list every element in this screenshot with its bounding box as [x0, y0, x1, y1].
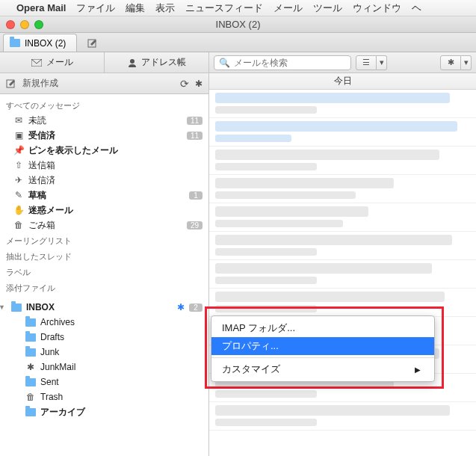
menu-window[interactable]: ウィンドウ — [353, 1, 401, 15]
sidebar-item-sent[interactable]: ✈送信済 — [0, 173, 208, 188]
folder-icon — [10, 39, 20, 47]
sidebar-item-spam[interactable]: ✋迷惑メール — [0, 203, 208, 218]
traffic-lights — [0, 20, 43, 29]
outbox-icon: ⇧ — [13, 160, 24, 170]
folder-sent[interactable]: Sent — [0, 375, 208, 389]
window-title: INBOX (2) — [216, 19, 261, 30]
folder-icon — [25, 318, 36, 327]
envelope-icon: ✉ — [13, 115, 24, 126]
search-field[interactable]: 🔍 — [214, 55, 351, 70]
folder-archives[interactable]: Archives — [0, 315, 208, 330]
sidebar: メール アドレス帳 新規作成 ⟳ ✱ すべてのメッセージ ✉未読11 ▣受信済1… — [0, 52, 209, 456]
settings-button[interactable]: ✱▾ — [440, 55, 472, 70]
addressbook-label: アドレス帳 — [141, 56, 186, 69]
folder-icon — [25, 408, 36, 416]
message-row[interactable] — [209, 118, 476, 147]
folder-junk[interactable]: Junk — [0, 345, 208, 360]
compose-icon — [6, 78, 16, 89]
count-badge: 11 — [187, 132, 203, 140]
trash-icon: 🗑 — [25, 392, 36, 402]
message-row[interactable] — [209, 175, 476, 203]
message-row[interactable] — [209, 203, 476, 232]
sidebar-item-unread[interactable]: ✉未読11 — [0, 113, 208, 128]
submenu-arrow-icon: ▶ — [415, 366, 421, 374]
gear-icon[interactable]: ✱ — [195, 78, 203, 89]
menu-help[interactable]: ヘ — [412, 1, 421, 15]
section-mailinglist[interactable]: メーリングリスト — [0, 232, 208, 248]
tab-inbox[interactable]: INBOX (2) — [3, 34, 77, 52]
count-badge: 29 — [187, 221, 203, 229]
refresh-icon[interactable]: ⟳ — [180, 78, 189, 90]
message-row[interactable] — [209, 289, 476, 317]
inbox-icon: ▣ — [13, 130, 24, 141]
count-badge: 2 — [189, 304, 203, 312]
close-button[interactable] — [6, 20, 15, 29]
folder-icon — [25, 348, 36, 357]
menu-imap-folder[interactable]: IMAP フォルダ... — [211, 319, 434, 337]
folder-trash[interactable]: 🗑Trash — [0, 389, 208, 404]
message-row[interactable] — [209, 147, 476, 175]
sidebar-item-received[interactable]: ▣受信済11 — [0, 128, 208, 143]
section-labels[interactable]: ラベル — [0, 264, 208, 280]
addressbook-panel-button[interactable]: アドレス帳 — [105, 52, 208, 73]
menu-view[interactable]: 表示 — [155, 1, 175, 15]
menu-mail[interactable]: メール — [273, 1, 303, 15]
compose-label[interactable]: 新規作成 — [22, 77, 174, 90]
search-input[interactable] — [234, 58, 346, 68]
svg-point-2 — [130, 59, 135, 64]
section-threads[interactable]: 抽出したスレッド — [0, 248, 208, 264]
disclosure-icon[interactable]: ▼ — [0, 304, 5, 311]
message-pane: 🔍 ☰▾ ✱▾ 今日 IMAP フォルダ... プロパティ... — [209, 52, 476, 456]
folder-junkmail[interactable]: ✱JunkMail — [0, 360, 208, 375]
menu-customize[interactable]: カスタマイズ▶ — [211, 360, 434, 378]
sidebar-account-inbox[interactable]: ▼ INBOX ✱ 2 — [0, 300, 208, 315]
macos-menubar: Opera Mail ファイル 編集 表示 ニュースフィード メール ツール ウ… — [0, 0, 476, 16]
search-icon: 🔍 — [219, 58, 230, 68]
folder-archive-jp[interactable]: アーカイブ — [0, 404, 208, 419]
mail-panel-button[interactable]: メール — [0, 52, 105, 73]
menu-newsfeed[interactable]: ニュースフィード — [185, 1, 263, 15]
folder-icon — [25, 333, 36, 342]
message-toolbar: 🔍 ☰▾ ✱▾ — [209, 52, 476, 73]
envelope-icon — [31, 59, 42, 67]
folder-icon — [11, 304, 22, 312]
person-icon — [128, 58, 137, 67]
menu-edit[interactable]: 編集 — [126, 1, 145, 15]
view-mode-button[interactable]: ☰▾ — [356, 55, 387, 70]
menu-tools[interactable]: ツール — [313, 1, 342, 15]
folder-icon — [25, 378, 36, 386]
gear-icon: ✱ — [25, 362, 36, 372]
section-attachments[interactable]: 添付ファイル — [0, 280, 208, 295]
section-all-messages[interactable]: すべてのメッセージ — [0, 97, 208, 113]
message-row[interactable] — [209, 260, 476, 289]
message-row[interactable] — [209, 232, 476, 260]
sidebar-item-pinned[interactable]: 📌ピンを表示したメール — [0, 143, 208, 158]
sidebar-item-drafts[interactable]: ✎草稿1 — [0, 188, 208, 203]
mail-panel-label: メール — [46, 56, 73, 69]
tab-bar: INBOX (2) — [0, 33, 476, 52]
sent-icon: ✈ — [13, 175, 24, 185]
message-row[interactable] — [209, 90, 476, 118]
sidebar-item-trash[interactable]: 🗑ごみ箱29 — [0, 218, 208, 232]
new-tab-compose-icon[interactable] — [83, 35, 102, 52]
menu-properties[interactable]: プロパティ... — [211, 337, 434, 355]
gear-icon[interactable]: ✱ — [177, 302, 185, 312]
message-list[interactable] — [209, 90, 476, 456]
minimize-button[interactable] — [20, 20, 29, 29]
pin-icon: 📌 — [13, 145, 24, 155]
pencil-icon: ✎ — [13, 190, 24, 200]
menu-file[interactable]: ファイル — [76, 1, 115, 15]
date-header: 今日 — [209, 73, 476, 90]
hand-icon: ✋ — [13, 205, 24, 215]
tab-label: INBOX (2) — [25, 38, 66, 49]
count-badge: 1 — [189, 191, 203, 200]
sidebar-item-outbox[interactable]: ⇧送信箱 — [0, 158, 208, 173]
app-name[interactable]: Opera Mail — [16, 2, 66, 13]
context-menu: IMAP フォルダ... プロパティ... カスタマイズ▶ — [211, 315, 435, 382]
window-titlebar: INBOX (2) — [0, 16, 476, 33]
message-row[interactable] — [209, 402, 476, 431]
zoom-button[interactable] — [34, 20, 43, 29]
folder-drafts[interactable]: Drafts — [0, 330, 208, 345]
count-badge: 11 — [187, 117, 203, 125]
menu-separator — [211, 357, 434, 358]
